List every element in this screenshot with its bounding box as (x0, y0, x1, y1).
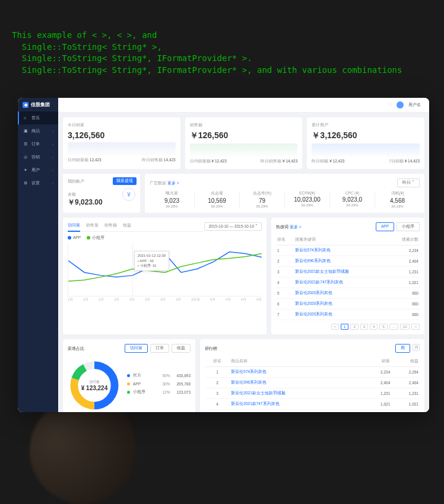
rank-product-link[interactable]: 新百伦574系列灰色 (230, 367, 363, 378)
page-button[interactable]: 4 (370, 324, 378, 330)
nav-icon: ✦ (24, 168, 28, 173)
rank-product-link[interactable]: 新百伦2020系列灰色 (230, 410, 363, 413)
metric-value: ￥3,126,560 (312, 130, 420, 141)
rank-pill-month[interactable]: 月 (413, 344, 420, 351)
nav-label: 用户 (31, 167, 40, 173)
hot-keyword-link[interactable]: 新百伦2020系列灰色 (294, 288, 388, 299)
nav-label: 设置 (31, 180, 40, 186)
date-range-select[interactable]: 2015-10-10 — 2015-10-10 ˅ (204, 222, 261, 231)
hot-pill-app[interactable]: APP (376, 222, 394, 231)
page-button[interactable]: 5 (379, 324, 387, 330)
donut-chart: 访问量 ¥ 123,224 (68, 359, 121, 412)
rank-table: 排名 商品名称 销量 收益 1新百伦574系列灰色2,2342,294 2新百伦… (205, 356, 420, 412)
brand-name: 佳股集团 (31, 101, 50, 108)
page-button[interactable]: < (331, 324, 340, 330)
table-row: 2新百伦996系列灰色2,4042,404 (205, 378, 420, 388)
hot-keyword-link[interactable]: 新百伦2020系列灰色 (294, 310, 388, 320)
chevron-right-icon: › (52, 129, 53, 133)
legend-item: APP 30% 265,788 (127, 382, 191, 386)
background-code: This example of < >, < >, and Single::To… (12, 30, 432, 76)
nav-icon: ⌂ (24, 116, 28, 120)
rank-product-link[interactable]: 新百伦996系列灰色 (230, 378, 363, 388)
withdraw-button[interactable]: 我要提现 (113, 177, 137, 185)
traffic-tab[interactable]: 收益 (123, 222, 131, 228)
metric-label: 今日销量 (68, 122, 176, 128)
table-row: 2新百伦996系列灰色2,404 (276, 256, 420, 267)
page-button[interactable]: 1 (341, 324, 348, 330)
rank-pill-week[interactable]: 周 (395, 344, 410, 353)
nav-item-4[interactable]: ✦ 用户 › (18, 164, 58, 177)
ad-stats: 曝光量9,02330.23% 点击量10,56930.23% 点击率(%)793… (150, 191, 420, 208)
user-name[interactable]: 用户名 (408, 102, 421, 108)
traffic-tab[interactable]: 访问量 (68, 222, 80, 232)
metric-label: 销售额 (190, 122, 298, 128)
dashboard-window: ◆ 佳股集团 ⌂ 首页 ▣ 商品 › ☰ 订单 › ◎ 营销 › ✦ 用户 › … (18, 98, 429, 412)
traffic-hot-row: 访问量销售量销售额收益 2015-10-10 — 2015-10-10 ˅ AP… (63, 218, 424, 334)
metric-value: 3,126,560 (68, 130, 176, 140)
nav-item-1[interactable]: ▣ 商品 › (18, 125, 58, 138)
nav-item-3[interactable]: ◎ 营销 › (18, 151, 58, 164)
topbar: ♡ 用户名 (58, 98, 429, 113)
hot-keyword-link[interactable]: 新百伦996系列灰色 (294, 256, 388, 267)
traffic-chart-card: 访问量销售量销售额收益 2015-10-10 — 2015-10-10 ˅ AP… (63, 218, 267, 334)
table-row: 4新百伦2021款747系列灰色1,0211,021 (205, 399, 420, 410)
nav-item-0[interactable]: ⌂ 首页 (18, 111, 58, 125)
rank-product-link[interactable]: 新百伦2021款747系列灰色 (230, 399, 363, 410)
brand-logo[interactable]: ◆ 佳股集团 (18, 98, 58, 111)
hot-keyword-link[interactable]: 新百伦2021款747系列灰色 (294, 277, 388, 288)
rank-product-link[interactable]: 新百伦2021款女士短款羽绒服 (230, 388, 363, 399)
ad-stat: ECPM(¥)10,023,0030.23% (285, 191, 330, 208)
hot-keyword-link[interactable]: 新百伦2021款女士短款羽绒服 (294, 267, 388, 277)
traffic-tab[interactable]: 销售额 (104, 222, 117, 228)
legend-app[interactable]: APP (68, 235, 81, 241)
x-axis: 1月1月2月2月3月3月3月3月3月末4月4月4月4月 (68, 296, 262, 303)
nav-icon: ⚙ (24, 181, 28, 186)
page-button[interactable]: 2 (350, 324, 358, 330)
nav-icon: ▣ (24, 129, 28, 133)
metric-card: 销售额 ￥126,560 日均销量额 ¥ 12,423 昨日销售额 ¥ 14,4… (185, 117, 303, 169)
nav-label: 首页 (31, 115, 40, 121)
table-row: 4新百伦2021款747系列灰色1,021 (276, 277, 420, 288)
metric-card: 今日销量 3,126,560 日均销量额 12,423 昨日销售额 14,423 (63, 117, 180, 169)
chart-tooltip: 2021-01-12 12:30 • APP : 42 • 小程序: 31 (134, 251, 169, 270)
ad-more-link[interactable]: 更多 > (167, 181, 179, 185)
legend-mini[interactable]: 小程序 (87, 235, 104, 241)
chevron-right-icon: › (52, 155, 53, 159)
ad-stat: 点击率(%)7930.23% (240, 191, 285, 208)
traffic-tab[interactable]: 销售量 (86, 222, 99, 228)
hot-pill-mini[interactable]: 小程序 (397, 222, 420, 231)
page-button[interactable]: 3 (360, 324, 368, 330)
channel-tab[interactable]: 收益 (172, 344, 191, 353)
channel-rank-row: 渠道占比 访问量订单收益 访问量 (63, 339, 424, 412)
nav-item-2[interactable]: ☰ 订单 › (18, 138, 58, 151)
ad-period-select[interactable]: 昨日 ˅ (397, 178, 420, 187)
sidebar: ◆ 佳股集团 ⌂ 首页 ▣ 商品 › ☰ 订单 › ◎ 营销 › ✦ 用户 › … (18, 98, 58, 412)
nav-icon: ◎ (24, 155, 28, 160)
page-button[interactable]: 10 (400, 324, 410, 330)
nav-list: ⌂ 首页 ▣ 商品 › ☰ 订单 › ◎ 营销 › ✦ 用户 › ⚙ 设置 › (18, 111, 58, 190)
bell-icon[interactable]: ♡ (388, 103, 392, 107)
nav-label: 商品 (31, 128, 40, 134)
channel-card: 渠道占比 访问量订单收益 访问量 (63, 339, 195, 412)
page-button[interactable]: ... (389, 324, 398, 330)
chevron-right-icon: › (52, 168, 53, 172)
ad-stat: 点击量10,56930.23% (195, 191, 240, 208)
nav-item-5[interactable]: ⚙ 设置 › (18, 177, 58, 190)
page-button[interactable]: > (411, 324, 420, 330)
wallet-ad-row: 我的账户 我要提现 余额 ￥9,023.00 广告数据 更多 > 昨日 ˅ 曝光… (63, 174, 424, 213)
channel-title: 渠道占比 (68, 346, 84, 352)
line-chart: 2021-01-12 12:30 • APP : 42 • 小程序: 31 (68, 243, 262, 296)
sparkline (190, 143, 298, 157)
avatar-icon[interactable] (397, 101, 404, 109)
wallet-card: 我的账户 我要提现 余额 ￥9,023.00 (63, 174, 140, 213)
rank-card: 排行榜 周 月 排名 商品名称 销量 收益 1新百 (200, 339, 424, 412)
table-row: 1新百伦574系列灰色2,234 (276, 245, 420, 256)
hot-table: 排名 搜索关键词 搜索次数 1新百伦574系列灰色2,234 2新百伦996系列… (276, 235, 420, 320)
hot-more-link[interactable]: 更多 > (290, 225, 302, 229)
legend-item: 官方 50% 430,893 (127, 373, 191, 378)
hot-keyword-link[interactable]: 新百伦574系列灰色 (294, 245, 388, 256)
hot-keyword-link[interactable]: 新百伦2020系列灰色 (294, 299, 388, 310)
channel-tab[interactable]: 访问量 (125, 344, 148, 353)
table-row: 6新百伦2020系列灰色800 (276, 299, 420, 310)
channel-tab[interactable]: 订单 (150, 344, 169, 353)
